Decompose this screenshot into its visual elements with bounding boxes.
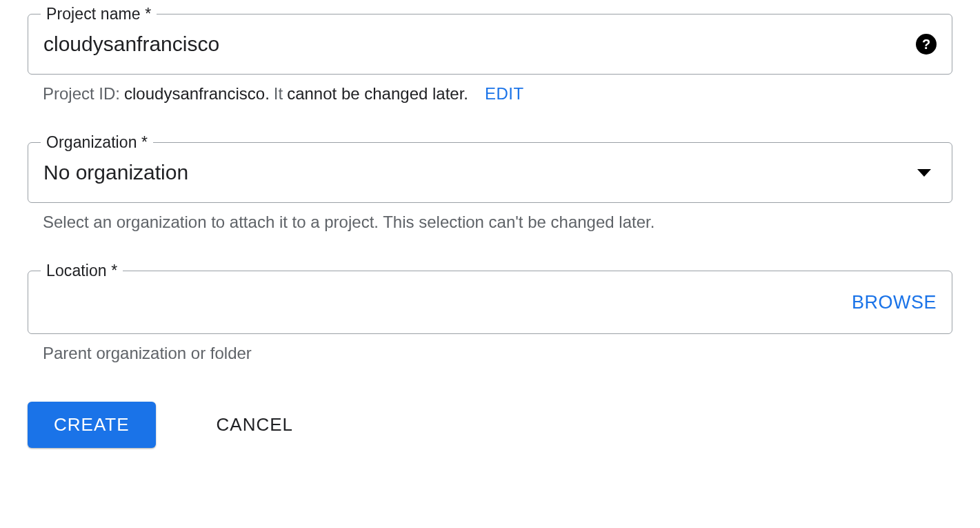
project-id-value: cloudysanfrancisco. [124, 84, 270, 104]
location-outline: Location * BROWSE [28, 271, 952, 334]
organization-helper: Select an organization to attach it to a… [28, 213, 952, 232]
cancel-button[interactable]: CANCEL [190, 402, 319, 448]
edit-project-id-link[interactable]: EDIT [485, 84, 524, 104]
create-button[interactable]: CREATE [28, 402, 156, 448]
chevron-down-icon [917, 169, 931, 177]
help-icon[interactable]: ? [916, 34, 937, 55]
browse-button[interactable]: BROWSE [852, 292, 937, 313]
action-row: CREATE CANCEL [28, 402, 952, 448]
project-name-label: Project name * [41, 5, 157, 23]
location-field: Location * BROWSE Parent organization or… [28, 271, 952, 363]
organization-outline[interactable]: Organization * No organization [28, 142, 952, 203]
project-id-mid: It [274, 84, 283, 104]
organization-label: Organization * [41, 133, 153, 152]
project-id-cannot: cannot be changed later. [287, 84, 468, 104]
project-id-prefix: Project ID: [43, 84, 120, 104]
location-input[interactable] [43, 289, 852, 315]
project-name-input[interactable] [43, 32, 916, 56]
project-id-helper: Project ID: cloudysanfrancisco. It canno… [28, 84, 952, 104]
organization-select[interactable]: No organization [43, 161, 917, 184]
project-name-outline: Project name * ? [28, 14, 952, 75]
organization-field: Organization * No organization Select an… [28, 142, 952, 232]
location-helper: Parent organization or folder [28, 344, 952, 363]
location-label: Location * [41, 262, 123, 280]
project-name-field: Project name * ? Project ID: cloudysanfr… [28, 14, 952, 104]
